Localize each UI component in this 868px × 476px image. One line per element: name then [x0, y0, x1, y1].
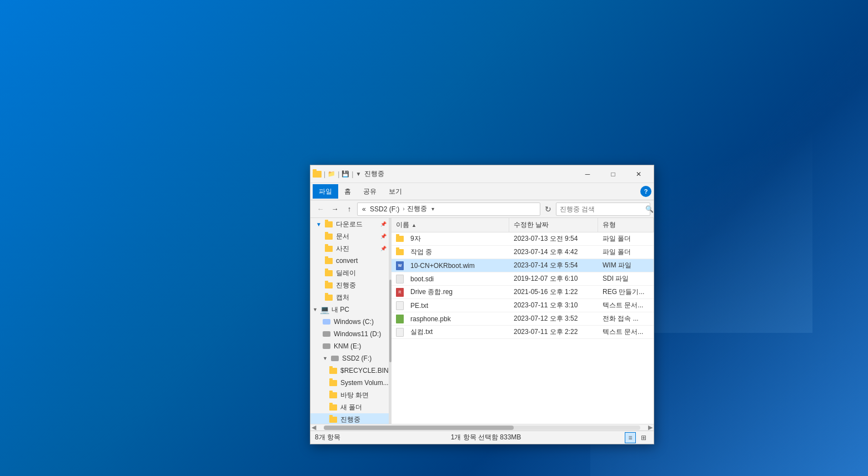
- tab-home[interactable]: 홈: [338, 184, 357, 199]
- file-cell-date-1: 2023-07-14 오후 4:42: [509, 246, 598, 259]
- col-header-type[interactable]: 유형: [598, 218, 654, 232]
- sidebar-item-delay[interactable]: ▼ 딜레이: [310, 267, 389, 279]
- sidebar-label-recycle: $RECYCLE.BIN: [340, 367, 389, 374]
- sidebar-item-mypc[interactable]: ▼ 💻 내 PC: [310, 303, 389, 316]
- sidebar-label-jinhaeng2: 진행중: [340, 415, 360, 424]
- help-button[interactable]: ?: [640, 186, 651, 197]
- col-type-label: 유형: [603, 220, 616, 230]
- file-row-4[interactable]: R Drive 종합.reg 2021-05-16 오후 1:22 REG 만들…: [392, 286, 654, 299]
- file-row-6[interactable]: rasphone.pbk 2023-07-12 오후 3:52 전화 접속 ..…: [392, 312, 654, 326]
- sidebar-item-convert[interactable]: ▼ convert: [310, 255, 389, 267]
- file-cell-name-2: W 10-CN+OKRboot.wim: [392, 259, 509, 272]
- sidebar-item-recycle[interactable]: $RECYCLE.BIN: [310, 364, 389, 377]
- sidebar-item-drive-d[interactable]: Windows11 (D:): [310, 328, 389, 340]
- search-icon[interactable]: 🔍: [645, 205, 654, 213]
- file-explorer-window: | 📁 | 💾 | ▼ 진행중 ─ □ ✕ 파일 홈 공유 보기 ? ← → ↑: [310, 165, 654, 444]
- window-title: 진행중: [364, 169, 575, 179]
- drive-icon-d: [323, 331, 330, 337]
- file-cell-date-2: 2023-07-14 오후 5:54: [509, 259, 598, 272]
- status-view-controls: ≡ ⊞: [625, 432, 649, 443]
- txt-icon: [396, 301, 404, 310]
- file-row-7[interactable]: 실컴.txt 2023-07-11 오후 2:22 텍스트 문서...: [392, 326, 654, 339]
- file-cell-type-3: SDI 파일: [598, 272, 654, 285]
- file-cell-name-6: rasphone.pbk: [392, 312, 509, 325]
- path-chevron1[interactable]: ›: [403, 206, 404, 212]
- file-cell-type-2: WIM 파일: [598, 259, 654, 272]
- sidebar-item-photos[interactable]: ▼ 사진 📌: [310, 242, 389, 255]
- sidebar-label-drive-d: Windows11 (D:): [334, 330, 381, 338]
- close-button[interactable]: ✕: [626, 165, 651, 183]
- sidebar-label-capture: 캡처: [336, 293, 349, 302]
- title-bar: | 📁 | 💾 | ▼ 진행중 ─ □ ✕: [310, 165, 654, 183]
- refresh-button[interactable]: ↻: [541, 202, 555, 216]
- file-list: 이름 ▲ 수정한 날짜 유형 9자 2023-07-13 오전 9:54 파일 …: [392, 218, 654, 424]
- minimize-button[interactable]: ─: [575, 165, 600, 183]
- ribbon: 파일 홈 공유 보기 ?: [310, 183, 654, 200]
- sidebar-item-download[interactable]: ▼ 다운로드 📌: [310, 218, 389, 230]
- file-cell-name-1: 작업 중: [392, 246, 509, 259]
- title-sep2: |: [338, 170, 339, 178]
- sidebar-item-drive-c[interactable]: Windows (C:): [310, 316, 389, 328]
- path-part-drive: «: [362, 205, 368, 213]
- sidebar-item-jinhaengjoong1[interactable]: ▼ 진행중: [310, 279, 389, 291]
- quick-access-icon[interactable]: 📁: [328, 170, 335, 178]
- file-cell-type-6: 전화 접속 ...: [598, 312, 654, 325]
- view-tiles-button[interactable]: ⊞: [638, 432, 649, 443]
- pin-icon-download: 📌: [380, 221, 387, 227]
- horizontal-scrollbar[interactable]: ◀ ▶: [310, 424, 654, 431]
- file-row-2[interactable]: W 10-CN+OKRboot.wim 2023-07-14 오후 5:54 W…: [392, 259, 654, 272]
- file-list-header: 이름 ▲ 수정한 날짜 유형: [392, 218, 654, 232]
- pin-icon-documents: 📌: [380, 234, 387, 239]
- search-input[interactable]: [560, 205, 643, 213]
- status-item-count: 8개 항목: [315, 433, 340, 442]
- file-name-4: Drive 종합.reg: [410, 287, 453, 297]
- sidebar-label-desktop: 바탕 화면: [340, 391, 369, 400]
- folder-icon: [325, 270, 333, 276]
- back-button[interactable]: ←: [314, 202, 327, 216]
- sidebar-item-newfolder[interactable]: 새 폴더: [310, 401, 389, 413]
- file-cell-name-5: PE.txt: [392, 299, 509, 312]
- sidebar-item-documents[interactable]: ▼ 문서 📌: [310, 230, 389, 242]
- sidebar-label-download: 다운로드: [336, 220, 363, 229]
- sidebar-label-photos: 사진: [336, 244, 349, 254]
- file-row-5[interactable]: PE.txt 2023-07-11 오후 3:10 텍스트 문서...: [392, 299, 654, 312]
- folder-icon: [325, 246, 333, 252]
- sidebar-item-drive-f[interactable]: ▼ SSD2 (F:): [310, 352, 389, 364]
- path-drive-label: SSD2 (F:): [370, 205, 399, 213]
- address-path[interactable]: « SSD2 (F:) › 진행중 ▾: [357, 202, 540, 216]
- wim-icon: W: [396, 261, 404, 270]
- save-icon[interactable]: 💾: [342, 170, 349, 178]
- sidebar-item-jinhaengjoong2[interactable]: 진행중: [310, 413, 389, 424]
- col-header-name[interactable]: 이름 ▲: [392, 218, 509, 232]
- txt-icon2: [396, 328, 404, 337]
- file-name-3: boot.sdi: [410, 275, 434, 283]
- sidebar-item-drive-e[interactable]: KNM (E:): [310, 340, 389, 352]
- file-cell-type-4: REG 만들기...: [598, 286, 654, 298]
- file-name-6: rasphone.pbk: [410, 315, 451, 323]
- file-cell-date-7: 2023-07-11 오후 2:22: [509, 326, 598, 338]
- sidebar-item-capture[interactable]: ▼ 캡처: [310, 291, 389, 303]
- folder-icon-row0: [396, 236, 404, 242]
- path-dropdown[interactable]: ▾: [432, 206, 434, 212]
- sidebar-item-sysvolume[interactable]: System Volum...: [310, 377, 389, 389]
- address-bar: ← → ↑ « SSD2 (F:) › 진행중 ▾ ↻ 🔍: [310, 200, 654, 218]
- up-button[interactable]: ↑: [343, 202, 356, 216]
- file-cell-name-0: 9자: [392, 232, 509, 245]
- tab-file[interactable]: 파일: [313, 184, 338, 199]
- file-cell-type-1: 파일 폴더: [598, 246, 654, 259]
- dropdown-arrow[interactable]: ▼: [355, 171, 361, 177]
- tab-share[interactable]: 공유: [357, 184, 383, 199]
- view-list-button[interactable]: ≡: [625, 432, 636, 443]
- file-row-1[interactable]: 작업 중 2023-07-14 오후 4:42 파일 폴더: [392, 246, 654, 259]
- maximize-button[interactable]: □: [600, 165, 626, 183]
- hscroll-track[interactable]: [324, 426, 640, 430]
- file-row-0[interactable]: 9자 2023-07-13 오전 9:54 파일 폴더: [392, 232, 654, 246]
- drive-icon-c: [323, 319, 330, 325]
- file-row-3[interactable]: boot.sdi 2019-12-07 오후 6:10 SDI 파일: [392, 272, 654, 286]
- col-header-date[interactable]: 수정한 날짜: [509, 218, 598, 232]
- tab-view[interactable]: 보기: [383, 184, 408, 199]
- sidebar-scrollbar[interactable]: [389, 218, 392, 424]
- forward-button[interactable]: →: [328, 202, 342, 216]
- sidebar-item-desktop[interactable]: 바탕 화면: [310, 389, 389, 401]
- file-name-1: 작업 중: [410, 247, 432, 257]
